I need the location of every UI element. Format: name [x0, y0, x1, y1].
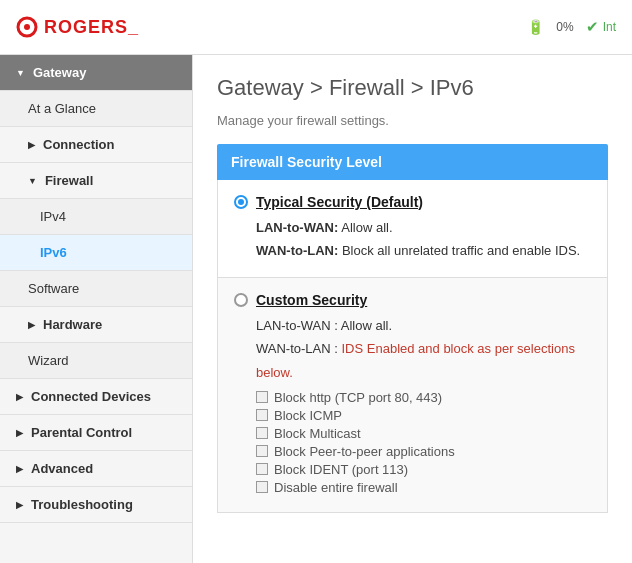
sidebar-item-label: Advanced: [31, 461, 93, 476]
checkbox-label: Block IDENT (port 113): [274, 462, 408, 477]
content-area: Gateway > Firewall > IPv6 Manage your fi…: [193, 55, 632, 563]
custom-detail: LAN-to-WAN : Allow all. WAN-to-LAN : IDS…: [234, 314, 591, 384]
checkbox-label: Block ICMP: [274, 408, 342, 423]
breadcrumb: Gateway > Firewall > IPv6: [217, 75, 608, 101]
sidebar-item-label: At a Glance: [28, 101, 96, 116]
typical-wan-lan-label: WAN-to-LAN:: [256, 243, 338, 258]
sidebar-item-label: IPv6: [40, 245, 67, 260]
sidebar-item-at-a-glance[interactable]: At a Glance: [0, 91, 192, 127]
chevron-right-icon: ▶: [16, 392, 23, 402]
checkbox-label: Block Peer-to-peer applications: [274, 444, 455, 459]
int-status: ✔ Int: [586, 18, 616, 36]
checkbox-box[interactable]: [256, 463, 268, 475]
check-icon: ✔: [586, 18, 599, 36]
typical-lan-wan: LAN-to-WAN: Allow all.: [256, 216, 591, 239]
sidebar-item-connection[interactable]: ▶ Connection: [0, 127, 192, 163]
sidebar-item-wizard[interactable]: Wizard: [0, 343, 192, 379]
custom-security-section: Custom Security LAN-to-WAN : Allow all. …: [218, 278, 607, 512]
chevron-right-icon: ▶: [16, 500, 23, 510]
sidebar-item-label: Hardware: [43, 317, 102, 332]
sidebar-item-connected-devices[interactable]: ▶ Connected Devices: [0, 379, 192, 415]
sidebar-item-ipv6[interactable]: IPv6: [0, 235, 192, 271]
sidebar-item-gateway[interactable]: ▼ Gateway: [0, 55, 192, 91]
typical-lan-wan-value: Allow all.: [341, 220, 392, 235]
rogers-logo-icon: [16, 16, 38, 38]
sidebar-item-advanced[interactable]: ▶ Advanced: [0, 451, 192, 487]
custom-wan-lan-label: WAN-to-LAN :: [256, 341, 338, 356]
sidebar-item-label: Troubleshooting: [31, 497, 133, 512]
checkbox-item[interactable]: Block http (TCP port 80, 443): [256, 390, 591, 405]
checkbox-box[interactable]: [256, 409, 268, 421]
sidebar-item-label: Gateway: [33, 65, 86, 80]
typical-option-label[interactable]: Typical Security (Default): [234, 194, 591, 210]
security-box: Typical Security (Default) LAN-to-WAN: A…: [217, 180, 608, 513]
sidebar-item-label: IPv4: [40, 209, 66, 224]
sidebar-item-label: Firewall: [45, 173, 93, 188]
typical-detail: LAN-to-WAN: Allow all. WAN-to-LAN: Block…: [234, 216, 591, 263]
header-right: 🔋 0% ✔ Int: [527, 18, 616, 36]
checkbox-box[interactable]: [256, 427, 268, 439]
main-layout: ▼ Gateway At a Glance ▶ Connection ▼ Fir…: [0, 55, 632, 563]
battery-icon: 🔋: [527, 19, 544, 35]
sidebar-item-troubleshooting[interactable]: ▶ Troubleshooting: [0, 487, 192, 523]
custom-security-link[interactable]: Custom Security: [256, 292, 367, 308]
custom-option-label[interactable]: Custom Security: [234, 292, 591, 308]
chevron-right-icon: ▶: [16, 464, 23, 474]
custom-wan-lan: WAN-to-LAN : IDS Enabled and block as pe…: [256, 337, 591, 384]
custom-radio[interactable]: [234, 293, 248, 307]
logo: ROGERS_: [16, 16, 139, 38]
page-subtitle: Manage your firewall settings.: [217, 113, 608, 128]
sidebar-item-label: Parental Control: [31, 425, 132, 440]
battery-label: 0%: [556, 20, 573, 34]
checkbox-item[interactable]: Block Multicast: [256, 426, 591, 441]
header: ROGERS_ 🔋 0% ✔ Int: [0, 0, 632, 55]
chevron-down-icon: ▼: [16, 68, 25, 78]
logo-text: ROGERS_: [44, 17, 139, 38]
typical-security-section: Typical Security (Default) LAN-to-WAN: A…: [218, 180, 607, 278]
section-header: Firewall Security Level: [217, 144, 608, 180]
checkbox-label: Block Multicast: [274, 426, 361, 441]
sidebar-item-label: Connected Devices: [31, 389, 151, 404]
checkbox-label: Block http (TCP port 80, 443): [274, 390, 442, 405]
sidebar-item-software[interactable]: Software: [0, 271, 192, 307]
sidebar-item-label: Software: [28, 281, 79, 296]
chevron-right-icon: ▶: [16, 428, 23, 438]
sidebar-item-label: Connection: [43, 137, 115, 152]
sidebar-item-hardware[interactable]: ▶ Hardware: [0, 307, 192, 343]
checkbox-box[interactable]: [256, 391, 268, 403]
checkbox-label: Disable entire firewall: [274, 480, 398, 495]
typical-wan-lan: WAN-to-LAN: Block all unrelated traffic …: [256, 239, 591, 262]
checkbox-box[interactable]: [256, 445, 268, 457]
checkbox-box[interactable]: [256, 481, 268, 493]
sidebar: ▼ Gateway At a Glance ▶ Connection ▼ Fir…: [0, 55, 193, 563]
typical-security-link[interactable]: Typical Security (Default): [256, 194, 423, 210]
typical-radio[interactable]: [234, 195, 248, 209]
checkbox-item[interactable]: Block IDENT (port 113): [256, 462, 591, 477]
sidebar-item-ipv4[interactable]: IPv4: [0, 199, 192, 235]
chevron-right-icon: ▶: [28, 140, 35, 150]
custom-lan-wan-label: LAN-to-WAN :: [256, 318, 338, 333]
svg-point-1: [24, 24, 30, 30]
checkbox-item[interactable]: Block Peer-to-peer applications: [256, 444, 591, 459]
custom-lan-wan-value: Allow all.: [341, 318, 392, 333]
sidebar-item-label: Wizard: [28, 353, 68, 368]
int-label: Int: [603, 20, 616, 34]
chevron-down-icon: ▼: [28, 176, 37, 186]
sidebar-item-parental-control[interactable]: ▶ Parental Control: [0, 415, 192, 451]
checkbox-item[interactable]: Disable entire firewall: [256, 480, 591, 495]
typical-lan-wan-label: LAN-to-WAN:: [256, 220, 338, 235]
checkbox-list: Block http (TCP port 80, 443)Block ICMPB…: [234, 390, 591, 495]
typical-wan-lan-value: Block all unrelated traffic and enable I…: [342, 243, 580, 258]
checkbox-item[interactable]: Block ICMP: [256, 408, 591, 423]
sidebar-item-firewall[interactable]: ▼ Firewall: [0, 163, 192, 199]
custom-lan-wan: LAN-to-WAN : Allow all.: [256, 314, 591, 337]
chevron-right-icon: ▶: [28, 320, 35, 330]
